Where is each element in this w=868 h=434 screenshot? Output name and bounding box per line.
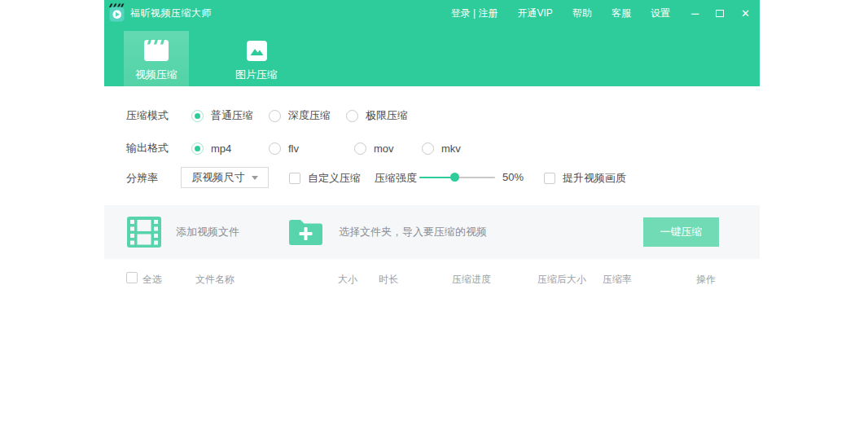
column-progress: 压缩进度 xyxy=(452,273,491,287)
radio-unselected-icon xyxy=(269,142,281,155)
radio-format-mp4[interactable]: mp4 xyxy=(191,142,269,155)
column-ratio: 压缩率 xyxy=(603,273,632,287)
file-table-header: 全选 文件名称 大小 时长 压缩进度 压缩后大小 压缩率 操作 xyxy=(104,270,760,287)
minimize-icon[interactable]: ─ xyxy=(691,8,699,19)
header: 福昕视频压缩大师 登录 | 注册 开通VIP 帮助 客服 设置 ─ ✕ xyxy=(104,0,760,86)
strength-label: 压缩强度 xyxy=(375,171,417,186)
radio-selected-icon xyxy=(191,142,204,155)
checkbox-icon xyxy=(289,173,300,184)
chevron-down-icon xyxy=(252,176,258,180)
add-video-label: 添加视频文件 xyxy=(176,225,239,239)
radio-format-flv[interactable]: flv xyxy=(269,142,354,155)
titlebar-menu: 登录 | 注册 开通VIP 帮助 客服 设置 xyxy=(451,7,670,20)
strength-slider[interactable] xyxy=(419,167,495,188)
compression-mode-row: 压缩模式 普通压缩 深度压缩 极限压缩 xyxy=(104,104,760,127)
radio-unselected-icon xyxy=(346,110,358,122)
app-title: 福昕视频压缩大师 xyxy=(130,7,212,20)
app-window: 福昕视频压缩大师 登录 | 注册 开通VIP 帮助 客服 设置 ─ ✕ xyxy=(104,0,760,434)
resolution-row: 分辨率 原视频尺寸 自定义压缩 压缩强度 50% xyxy=(104,167,760,188)
titlebar: 福昕视频压缩大师 登录 | 注册 开通VIP 帮助 客服 设置 ─ ✕ xyxy=(104,0,760,23)
vip-link[interactable]: 开通VIP xyxy=(518,7,553,20)
strength-percent: 50% xyxy=(502,171,524,183)
app-logo-icon xyxy=(109,3,125,23)
slider-handle[interactable] xyxy=(450,173,459,182)
compression-mode-label: 压缩模式 xyxy=(126,108,191,123)
tab-video-label: 视频压缩 xyxy=(135,68,178,82)
tab-image-compress[interactable]: 图片压缩 xyxy=(224,31,289,86)
resolution-dropdown[interactable]: 原视频尺寸 xyxy=(181,167,269,188)
screen: 福昕视频压缩大师 登录 | 注册 开通VIP 帮助 客服 设置 ─ ✕ xyxy=(0,0,868,434)
column-compressed-size: 压缩后大小 xyxy=(537,273,586,287)
content: 压缩模式 普通压缩 深度压缩 极限压缩 输出格式 xyxy=(104,104,760,287)
radio-normal-compress[interactable]: 普通压缩 xyxy=(191,108,269,123)
support-link[interactable]: 客服 xyxy=(612,7,631,20)
column-size: 大小 xyxy=(338,273,357,287)
output-format-label: 输出格式 xyxy=(126,141,191,156)
radio-format-mkv[interactable]: mkv xyxy=(422,142,461,155)
window-controls: ─ ✕ xyxy=(691,8,750,19)
compress-button[interactable]: 一键压缩 xyxy=(643,217,719,247)
column-duration: 时长 xyxy=(379,273,398,287)
tab-image-label: 图片压缩 xyxy=(235,68,278,82)
radio-deep-compress[interactable]: 深度压缩 xyxy=(269,108,346,123)
radio-extreme-compress[interactable]: 极限压缩 xyxy=(346,108,408,123)
select-all-label: 全选 xyxy=(142,273,162,287)
add-video-files-action[interactable]: 添加视频文件 xyxy=(126,216,239,248)
column-file-name: 文件名称 xyxy=(195,273,235,287)
enhance-quality-checkbox[interactable]: 提升视频画质 xyxy=(544,171,626,186)
clapperboard-icon xyxy=(143,38,169,63)
login-register-link[interactable]: 登录 | 注册 xyxy=(451,7,498,20)
select-folder-action[interactable]: 选择文件夹，导入要压缩的视频 xyxy=(287,217,487,248)
settings-link[interactable]: 设置 xyxy=(651,7,670,20)
help-link[interactable]: 帮助 xyxy=(572,7,592,20)
resolution-dropdown-value: 原视频尺寸 xyxy=(192,170,245,185)
select-folder-label: 选择文件夹，导入要压缩的视频 xyxy=(339,225,487,239)
tab-video-compress[interactable]: 视频压缩 xyxy=(124,31,189,86)
film-strip-icon xyxy=(126,216,162,248)
radio-selected-icon xyxy=(191,110,204,122)
radio-format-mov[interactable]: mov xyxy=(354,142,422,155)
output-format-row: 输出格式 mp4 flv mov mkv xyxy=(104,137,760,160)
close-icon[interactable]: ✕ xyxy=(741,8,750,19)
select-all-checkbox[interactable] xyxy=(126,272,138,283)
custom-compress-checkbox[interactable]: 自定义压缩 xyxy=(289,171,361,186)
checkbox-icon xyxy=(544,173,555,184)
radio-unselected-icon xyxy=(269,110,281,122)
radio-unselected-icon xyxy=(354,142,366,155)
maximize-icon[interactable] xyxy=(716,10,724,17)
slider-fill xyxy=(419,177,454,178)
folder-plus-icon xyxy=(287,217,325,248)
radio-unselected-icon xyxy=(422,142,434,155)
picture-icon xyxy=(246,38,268,63)
column-actions: 操作 xyxy=(696,273,716,287)
resolution-label: 分辨率 xyxy=(126,171,158,186)
import-bar: 添加视频文件 选择文件夹，导入要压缩的视频 一键压缩 xyxy=(104,205,760,259)
tab-bar: 视频压缩 图片压缩 xyxy=(104,31,760,86)
